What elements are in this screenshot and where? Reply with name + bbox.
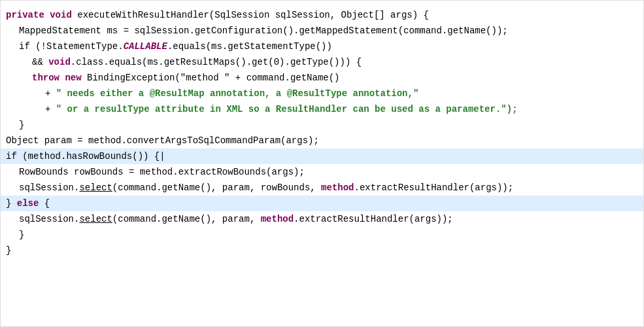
code-token: CALLABLE: [124, 39, 167, 54]
code-token: }: [19, 118, 24, 132]
code-line: Object param = method.convertArgsToSqlCo…: [1, 133, 643, 148]
code-line: RowBounds rowBounds = method.extractRowB…: [1, 164, 643, 180]
code-token: &&: [32, 55, 48, 69]
code-token: Object param = method.convertArgsToSqlCo…: [6, 133, 319, 148]
code-token: method: [261, 212, 294, 226]
code-token: if (!StatementType.: [19, 39, 124, 54]
code-token: BindingException("method " + command.get…: [87, 71, 339, 85]
code-token: .equals(ms.getStatementType()): [167, 39, 332, 54]
code-token: else: [17, 198, 39, 209]
code-token: (command.getName(), param, rowBounds,: [112, 181, 321, 195]
code-line: }: [1, 227, 643, 243]
code-token: method: [321, 181, 354, 195]
code-token: executeWithResultHandler(SqlSession sqlS…: [77, 8, 429, 22]
code-token: private: [6, 8, 50, 22]
code-line: } else {: [1, 196, 644, 211]
code-token: (command.getName(), param,: [112, 212, 261, 226]
code-token: sqlSession.: [19, 181, 79, 195]
code-token: |: [160, 151, 165, 162]
code-token: RowBounds rowBounds = method.extractRowB…: [19, 165, 305, 179]
code-token: MappedStatement ms = sqlSession.getConfi…: [19, 24, 508, 38]
code-line: private void executeWithResultHandler(Sq…: [1, 7, 643, 23]
code-token: void: [48, 55, 71, 69]
code-token: " or a resultType attribute in XML so a …: [56, 102, 518, 116]
code-line: sqlSession.select(command.getName(), par…: [1, 180, 643, 196]
code-token: throw: [32, 71, 65, 85]
code-token: " needs either a @ResultMap annotation, …: [56, 86, 419, 101]
code-token: .extractResultHandler(args));: [354, 181, 514, 195]
code-token: }: [6, 243, 11, 258]
code-token: void: [50, 8, 77, 22]
code-token: .extractResultHandler(args));: [294, 212, 453, 226]
code-line: }: [1, 243, 643, 258]
code-line: + " or a resultType attribute in XML so …: [1, 101, 643, 117]
code-line: if (!StatementType.CALLABLE.equals(ms.ge…: [1, 39, 643, 54]
code-editor: private void executeWithResultHandler(Sq…: [0, 0, 644, 327]
code-token: +: [45, 102, 56, 116]
code-token: select: [79, 181, 112, 195]
code-token: .class.equals(ms.getResultMaps().get(0).…: [71, 55, 362, 69]
code-token: }: [6, 198, 17, 209]
code-line: sqlSession.select(command.getName(), par…: [1, 211, 643, 227]
code-token: {: [39, 198, 50, 209]
code-token: +: [45, 86, 56, 101]
code-token: new: [65, 71, 87, 85]
code-line: + " needs either a @ResultMap annotation…: [1, 86, 643, 101]
code-line: && void.class.equals(ms.getResultMaps().…: [1, 54, 643, 70]
code-token: select: [79, 212, 112, 226]
code-token: sqlSession.: [19, 212, 79, 226]
code-token: }: [19, 228, 24, 242]
code-line: }: [1, 117, 643, 133]
code-line: if (method.hasRowBounds()) {|: [1, 148, 644, 164]
code-token: if (method.hasRowBounds()) {: [6, 151, 160, 162]
code-line: MappedStatement ms = sqlSession.getConfi…: [1, 23, 643, 39]
code-line: throw new BindingException("method " + c…: [1, 70, 643, 86]
